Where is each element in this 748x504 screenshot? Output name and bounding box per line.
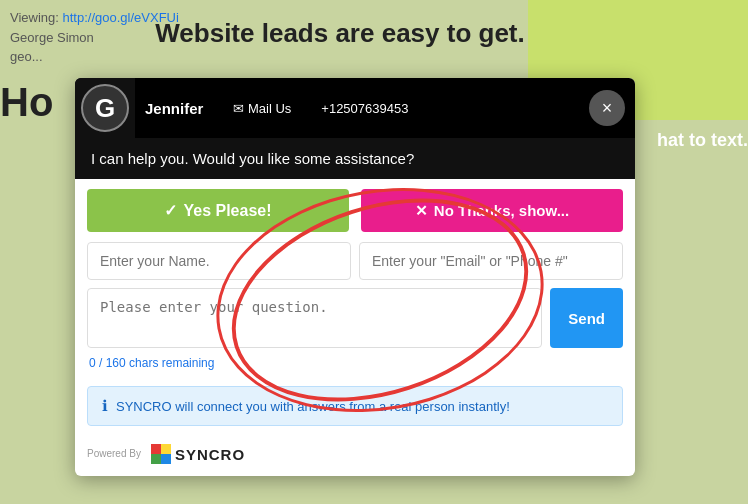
email-input[interactable] [359, 242, 623, 280]
no-label: No Thanks, show... [434, 202, 569, 219]
chat-message: I can help you. Would you like some assi… [75, 138, 635, 179]
syncro-logo: Powered By SYNCRO [87, 444, 245, 464]
syncro-logo-text: SYNCRO [175, 446, 245, 463]
chat-header: G Jennifer ✉ Mail Us +12507639453 × [75, 78, 635, 138]
question-textarea[interactable] [87, 288, 542, 348]
check-icon: ✓ [164, 201, 177, 220]
close-icon: × [602, 99, 613, 117]
powered-by-label: Powered By [87, 448, 141, 460]
info-bar: ℹ SYNCRO will connect you with answers f… [87, 386, 623, 426]
chat-widget: G Jennifer ✉ Mail Us +12507639453 × I ca… [75, 78, 635, 476]
bg-side-text: Ho [0, 80, 80, 124]
info-icon: ℹ [102, 397, 108, 415]
send-button[interactable]: Send [550, 288, 623, 348]
yes-label: Yes Please! [183, 202, 271, 220]
bg-headline: Website leads are easy to get. [140, 18, 540, 49]
name-input[interactable] [87, 242, 351, 280]
chat-avatar-container: G [75, 78, 135, 138]
syncro-logo-icon [151, 444, 171, 464]
x-icon: ✕ [415, 202, 428, 220]
info-bar-text: SYNCRO will connect you with answers fro… [116, 399, 510, 414]
mail-us-link[interactable]: ✉ Mail Us [233, 101, 291, 116]
phone-number[interactable]: +12507639453 [321, 101, 408, 116]
close-button[interactable]: × [589, 90, 625, 126]
chat-buttons-row: ✓ Yes Please! ✕ No Thanks, show... [75, 179, 635, 242]
chat-form: Send 0 / 160 chars remaining [75, 242, 635, 386]
svg-rect-0 [151, 444, 161, 454]
avatar: G [81, 84, 129, 132]
agent-name: Jennifer [145, 100, 203, 117]
question-send-row: Send [87, 288, 623, 348]
no-thanks-button[interactable]: ✕ No Thanks, show... [361, 189, 623, 232]
svg-rect-2 [151, 454, 161, 464]
svg-rect-3 [161, 454, 171, 464]
chat-header-info: Jennifer ✉ Mail Us +12507639453 [135, 100, 589, 117]
svg-rect-1 [161, 444, 171, 454]
chat-footer: Powered By SYNCRO [75, 436, 635, 476]
chars-remaining: 0 / 160 chars remaining [87, 356, 623, 370]
name-email-row [87, 242, 623, 280]
yes-please-button[interactable]: ✓ Yes Please! [87, 189, 349, 232]
